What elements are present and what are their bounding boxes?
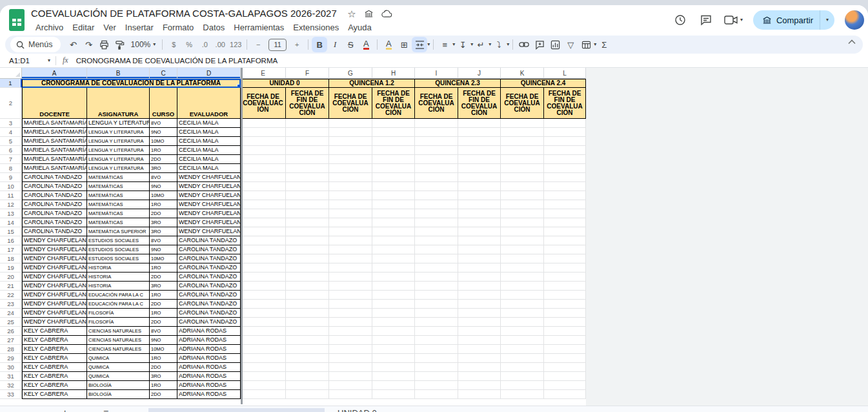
cell-B17[interactable]: ESTUDIOS SOCIALES bbox=[87, 245, 150, 254]
cell-I3[interactable] bbox=[415, 119, 458, 128]
cell-E29[interactable] bbox=[241, 354, 286, 363]
header-cell-D2[interactable]: EVALUADOR bbox=[177, 88, 241, 119]
menu-insertar[interactable]: Insertar bbox=[121, 21, 158, 34]
cell-K30[interactable] bbox=[501, 363, 544, 372]
row-header-31[interactable]: 31 bbox=[0, 372, 22, 381]
cell-H22[interactable] bbox=[372, 291, 415, 300]
cell-K24[interactable] bbox=[501, 309, 544, 318]
row-header-30[interactable]: 30 bbox=[0, 363, 22, 372]
cell-L32[interactable] bbox=[544, 381, 586, 390]
cell-I14[interactable] bbox=[415, 218, 458, 227]
menu-herramientas[interactable]: Herramientas bbox=[229, 21, 288, 34]
cell-C31[interactable]: 3RO bbox=[150, 372, 177, 381]
cell-E33[interactable] bbox=[241, 390, 286, 399]
cell-L28[interactable] bbox=[544, 345, 586, 354]
share-caret-icon[interactable]: ▾ bbox=[820, 10, 834, 30]
cell-I26[interactable] bbox=[415, 327, 458, 336]
row-header-2[interactable]: 2 bbox=[0, 88, 22, 119]
menu-ver[interactable]: Ver bbox=[99, 21, 121, 34]
row-header-18[interactable]: 18 bbox=[0, 254, 22, 263]
cell-B3[interactable]: LENGUA Y LITERATURA bbox=[87, 119, 150, 128]
collapse-toolbar-button[interactable] bbox=[847, 39, 856, 45]
cell-E11[interactable] bbox=[241, 191, 286, 200]
cell-E13[interactable] bbox=[241, 209, 286, 218]
cell-C25[interactable]: 2DO bbox=[150, 318, 177, 327]
cell-B28[interactable]: CIENCIAS NATURALES bbox=[87, 345, 150, 354]
cell-L7[interactable] bbox=[544, 155, 586, 164]
cell-H18[interactable] bbox=[372, 254, 415, 263]
row-header-14[interactable]: 14 bbox=[0, 218, 22, 227]
cell-L26[interactable] bbox=[544, 327, 586, 336]
cell-G32[interactable] bbox=[329, 381, 372, 390]
cell-I15[interactable] bbox=[415, 227, 458, 236]
cell-H12[interactable] bbox=[372, 200, 415, 209]
cell-C5[interactable]: 10MO bbox=[150, 137, 177, 146]
cell-G14[interactable] bbox=[329, 218, 372, 227]
cell-A31[interactable]: KELY CABRERA bbox=[22, 372, 87, 381]
cell-H31[interactable] bbox=[372, 372, 415, 381]
cell-G12[interactable] bbox=[329, 200, 372, 209]
cell-D27[interactable]: ADRIANA RODAS bbox=[177, 336, 241, 345]
cell-I27[interactable] bbox=[415, 336, 458, 345]
more-formats-button[interactable]: 123 bbox=[228, 37, 243, 52]
menu-editar[interactable]: Editar bbox=[68, 21, 99, 34]
font-size-input[interactable]: 11 bbox=[268, 39, 287, 51]
cell-K20[interactable] bbox=[501, 273, 544, 282]
cell-F20[interactable] bbox=[286, 273, 329, 282]
cell-F31[interactable] bbox=[286, 372, 329, 381]
cell-B7[interactable]: LENGUA Y LITERATURA bbox=[87, 155, 150, 164]
cell-A9[interactable]: CAROLINA TANDAZO bbox=[22, 173, 87, 182]
cell-C3[interactable]: 8VO bbox=[150, 119, 177, 128]
cell-L14[interactable] bbox=[544, 218, 586, 227]
cell-F21[interactable] bbox=[286, 282, 329, 291]
format-currency-button[interactable]: $ bbox=[166, 37, 181, 52]
cell-A19[interactable]: WENDY CHARFUELAN bbox=[22, 263, 87, 273]
cell-G23[interactable] bbox=[329, 300, 372, 309]
cell-G20[interactable] bbox=[329, 273, 372, 282]
cell-J31[interactable] bbox=[458, 372, 501, 381]
cell-B10[interactable]: MATEMÁTICAS bbox=[87, 182, 150, 191]
horizontal-align-button[interactable]: ≡ bbox=[437, 37, 452, 52]
cell-F8[interactable] bbox=[286, 164, 329, 173]
cell-D22[interactable]: CAROLINA TANDAZO bbox=[177, 291, 241, 300]
cell-E12[interactable] bbox=[241, 200, 286, 209]
cell-C20[interactable]: 2DO bbox=[150, 273, 177, 282]
tab-cronograma[interactable]: CRONOGRAMA bbox=[148, 408, 325, 412]
column-header-D[interactable]: D bbox=[177, 68, 241, 79]
cell-C11[interactable]: 10MO bbox=[150, 191, 177, 200]
cell-E16[interactable] bbox=[241, 236, 286, 245]
zoom-control[interactable]: 100%▾ bbox=[128, 40, 159, 49]
cell-A8[interactable]: MARIELA SANTAMARÍA bbox=[22, 164, 87, 173]
cell-H14[interactable] bbox=[372, 218, 415, 227]
cell-D8[interactable]: CECILIA MALA bbox=[177, 164, 241, 173]
cell-G25[interactable] bbox=[329, 318, 372, 327]
cell-E10[interactable] bbox=[241, 182, 286, 191]
cell-E23[interactable] bbox=[241, 300, 286, 309]
cell-H23[interactable] bbox=[372, 300, 415, 309]
cell-B26[interactable]: CIENCIAS NATURALES bbox=[87, 327, 150, 336]
cell-I5[interactable] bbox=[415, 137, 458, 146]
cell-F32[interactable] bbox=[286, 381, 329, 390]
cell-C12[interactable]: 1RO bbox=[150, 200, 177, 209]
cell-B13[interactable]: MATEMÁTICAS bbox=[87, 209, 150, 218]
cell-G3[interactable] bbox=[329, 119, 372, 128]
cell-C27[interactable]: 9NO bbox=[150, 336, 177, 345]
tab-unidad-0[interactable]: UNIDAD 0 bbox=[338, 408, 377, 412]
cell-C6[interactable]: 1RO bbox=[150, 146, 177, 155]
cell-I31[interactable] bbox=[415, 372, 458, 381]
header-cell-H2[interactable]: FECHA DE FIN DE COEVALUACIÓN bbox=[372, 88, 415, 119]
cell-K25[interactable] bbox=[501, 318, 544, 327]
cell-H17[interactable] bbox=[372, 245, 415, 254]
cell-H9[interactable] bbox=[372, 173, 415, 182]
cell-C19[interactable]: 1RO bbox=[150, 263, 177, 273]
cell-K4[interactable] bbox=[501, 128, 544, 137]
cell-C24[interactable]: 1RO bbox=[150, 309, 177, 318]
menu-extensiones[interactable]: Extensiones bbox=[288, 21, 343, 34]
row-header-10[interactable]: 10 bbox=[0, 182, 22, 191]
cell-E7[interactable] bbox=[241, 155, 286, 164]
cell-J30[interactable] bbox=[458, 363, 501, 372]
cell-A4[interactable]: MARIELA SANTAMARÍA bbox=[22, 128, 87, 137]
cell-D16[interactable]: CAROLINA TANDAZO bbox=[177, 236, 241, 245]
cell-D14[interactable]: WENDY CHARFUELAN bbox=[177, 218, 241, 227]
cell-G10[interactable] bbox=[329, 182, 372, 191]
